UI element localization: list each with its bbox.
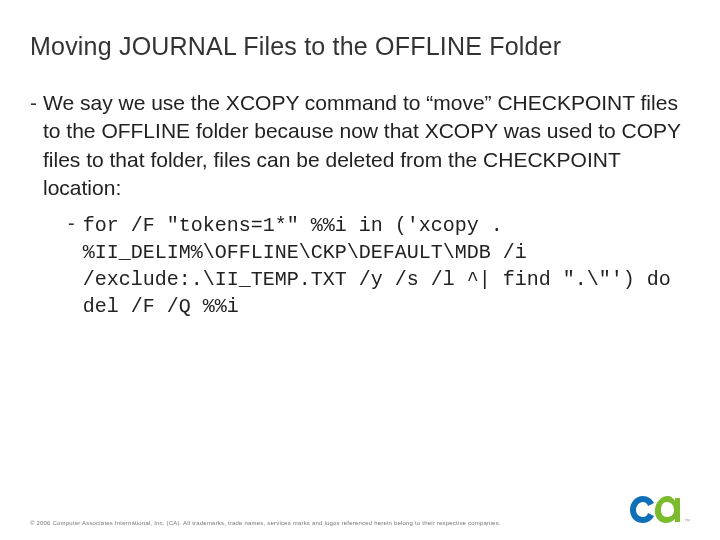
page-title: Moving JOURNAL Files to the OFFLINE Fold…	[30, 32, 690, 61]
logo-letter-a	[655, 496, 680, 523]
trademark-symbol: ™	[684, 518, 690, 524]
bullet-level-2: - for /F "tokens=1*" %%i in ('xcopy . %I…	[68, 212, 690, 320]
ca-logo-icon	[628, 490, 682, 526]
slide: Moving JOURNAL Files to the OFFLINE Fold…	[0, 0, 720, 540]
bullet-level-1: - We say we use the XCOPY command to “mo…	[30, 89, 690, 202]
bullet-text: We say we use the XCOPY command to “move…	[43, 89, 690, 202]
bullet-dash: -	[30, 89, 43, 202]
footer: © 2006 Computer Associates International…	[0, 490, 720, 526]
logo-container: ™	[628, 490, 690, 526]
logo-letter-c	[630, 496, 654, 523]
copyright-text: © 2006 Computer Associates International…	[30, 520, 501, 526]
bullet-dash: -	[68, 212, 83, 320]
code-block: for /F "tokens=1*" %%i in ('xcopy . %II_…	[83, 212, 690, 320]
